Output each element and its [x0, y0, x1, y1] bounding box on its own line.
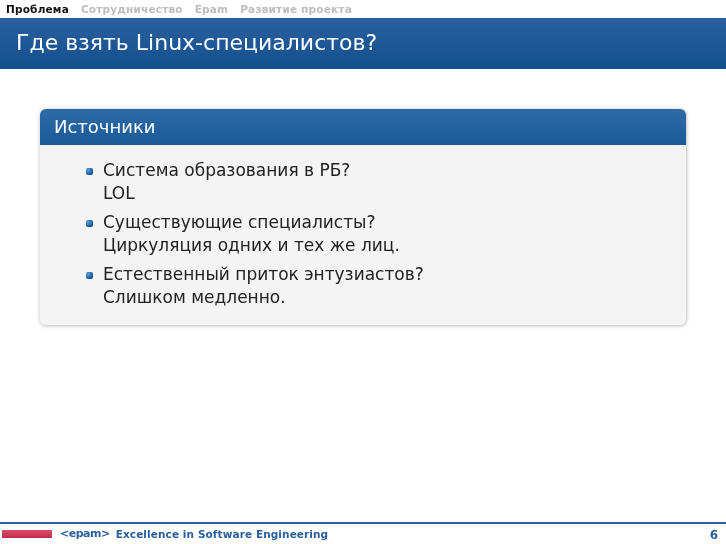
nav-item-problema[interactable]: Проблема — [6, 3, 69, 15]
footer: <epam> Excellence in Software Engineerin… — [0, 522, 726, 544]
list-item: Система образования в РБ? LOL — [60, 155, 666, 207]
nav-item-epam[interactable]: Epam — [195, 3, 229, 15]
progress-bar — [2, 530, 52, 538]
list-item-text: Существующие специалисты? Циркуляция одн… — [103, 211, 400, 257]
block-body: Система образования в РБ? LOL Существующ… — [40, 145, 686, 325]
list-item-main: Естественный приток энтузиастов? — [103, 264, 424, 284]
list-item-text: Естественный приток энтузиастов? Слишком… — [103, 263, 424, 309]
bullet-icon — [86, 220, 93, 227]
block-sources: Источники Система образования в РБ? LOL … — [40, 109, 686, 325]
list-item-sub: Слишком медленно. — [103, 286, 424, 309]
epam-logo: <epam> — [60, 527, 110, 540]
nav-item-razvitie[interactable]: Развитие проекта — [240, 3, 352, 15]
list-item-text: Система образования в РБ? LOL — [103, 159, 350, 205]
bullet-icon — [86, 272, 93, 279]
block-title: Источники — [40, 109, 686, 145]
slide: Проблема Сотрудничество Epam Развитие пр… — [0, 0, 726, 544]
section-nav: Проблема Сотрудничество Epam Развитие пр… — [0, 0, 726, 18]
nav-item-sotrudnichestvo[interactable]: Сотрудничество — [81, 3, 183, 15]
footer-tagline: Excellence in Software Engineering — [116, 528, 329, 540]
list-item-sub: Циркуляция одних и тех же лиц. — [103, 234, 400, 257]
list-item: Существующие специалисты? Циркуляция одн… — [60, 207, 666, 259]
bullet-icon — [86, 168, 93, 175]
list-item-sub: LOL — [103, 182, 350, 205]
list-item-main: Существующие специалисты? — [103, 212, 376, 232]
content-area: Источники Система образования в РБ? LOL … — [0, 69, 726, 325]
list-item-main: Система образования в РБ? — [103, 160, 350, 180]
list-item: Естественный приток энтузиастов? Слишком… — [60, 259, 666, 311]
footer-row: <epam> Excellence in Software Engineerin… — [0, 524, 726, 544]
page-number: 6 — [710, 528, 718, 542]
slide-title: Где взять Linux-специалистов? — [0, 20, 726, 69]
